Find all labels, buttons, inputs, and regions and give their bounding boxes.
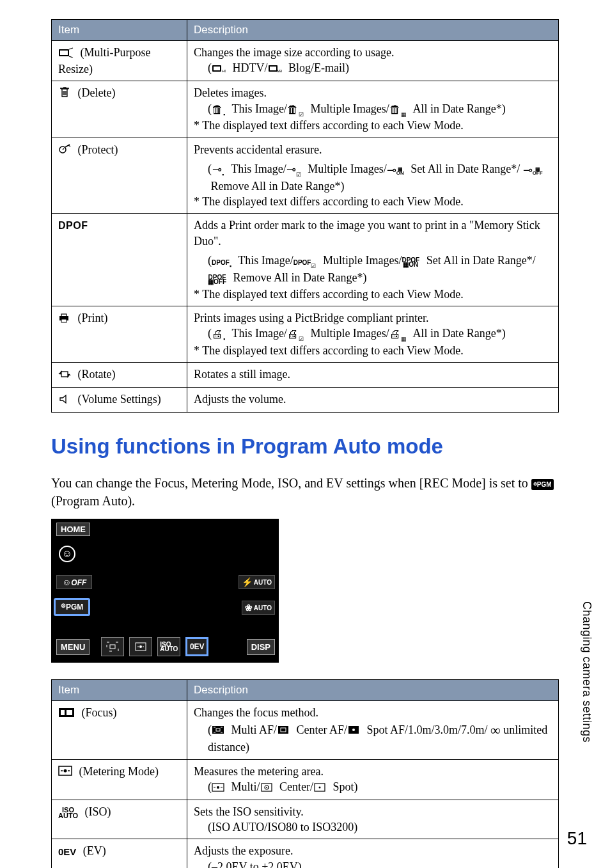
col-header-item: Item xyxy=(52,20,187,41)
svg-rect-11 xyxy=(61,319,66,322)
desc-note: * The displayed text differs according t… xyxy=(194,119,464,132)
smile-off-icon: ☺OFF xyxy=(56,575,92,589)
spot-af-icon xyxy=(347,723,360,738)
item-label: (Metering Mode) xyxy=(79,765,159,778)
item-label: (Rotate) xyxy=(78,368,116,381)
protect-setoff-icon: ⊸▦OFF xyxy=(523,162,543,178)
page-number: 51 xyxy=(567,828,587,849)
desc-note: * The displayed text differs according t… xyxy=(194,195,464,208)
col-header-item: Item xyxy=(52,680,187,701)
svg-rect-6 xyxy=(270,67,276,70)
svg-point-28 xyxy=(352,729,355,731)
desc-main: Adjusts the exposure. xyxy=(194,844,293,857)
svg-rect-14 xyxy=(110,645,115,649)
item-label: (EV) xyxy=(83,844,106,857)
protect-icon xyxy=(58,143,71,158)
svg-rect-12 xyxy=(61,372,68,377)
rotate-icon xyxy=(58,368,71,383)
item-label: (Focus) xyxy=(82,706,117,719)
item-label: (Volume Settings) xyxy=(78,393,161,406)
metering-mode-icon xyxy=(129,637,152,656)
table-row: 0EV (EV) Adjusts the exposure. (–2.0EV t… xyxy=(52,839,559,868)
table-row: ISOAUTO (ISO) Sets the ISO sensitivity. … xyxy=(52,800,559,839)
desc-main: Sets the ISO sensitivity. xyxy=(194,805,304,818)
dpof-setoff-icon: DPOF▦OFF xyxy=(208,271,226,286)
desc-main: Adds a Print order mark to the image you… xyxy=(194,219,540,247)
menu-button-label: MENU xyxy=(56,639,90,655)
metering-center-icon xyxy=(260,780,273,796)
web-icon: WEB xyxy=(268,61,282,77)
trash-this-icon: 🗑▪ xyxy=(212,102,225,118)
dpof-this-icon: DPOF▪ xyxy=(212,253,231,270)
playback-menu-table: Item Description (Multi-Purpose Resize) … xyxy=(51,19,559,413)
table-row: DPOF Adds a Print order mark to the imag… xyxy=(52,214,559,306)
item-label: (Delete) xyxy=(78,86,116,99)
table-row: (Rotate) Rotates a still image. xyxy=(52,363,559,388)
dpof-seton-icon: DPOF▦ON xyxy=(402,254,419,269)
table-row: (Print) Prints images using a PictBridge… xyxy=(52,306,559,362)
svg-point-41 xyxy=(319,786,321,788)
desc-main: Prints images using a PictBridge complia… xyxy=(194,312,428,324)
protect-multi-icon: ⊸☑ xyxy=(286,162,301,178)
trash-all-icon: 🗑▦ xyxy=(389,102,407,118)
svg-point-39 xyxy=(266,787,267,788)
table-row: (Metering Mode) Measures the metering ar… xyxy=(52,759,559,800)
focus-icon xyxy=(58,706,75,722)
svg-point-34 xyxy=(217,786,219,789)
smile-shutter-icon: ☺ xyxy=(59,546,75,562)
svg-point-30 xyxy=(64,769,67,773)
center-af-icon xyxy=(277,723,290,738)
dpof-multi-icon: DPOF☑ xyxy=(293,253,317,270)
desc-main: Changes the image size according to usag… xyxy=(194,46,394,59)
trash-icon xyxy=(58,86,71,102)
flash-auto-icon: ⚡AUTO xyxy=(239,575,275,589)
print-all-icon: 🖨▦ xyxy=(389,326,407,343)
iso-icon: ISOAUTO xyxy=(58,807,78,818)
protect-seton-icon: ⊸▦ON xyxy=(387,162,404,178)
desc-main: Measures the metering area. xyxy=(194,765,324,778)
hdtv-icon: HD xyxy=(212,61,226,77)
col-header-description: Description xyxy=(187,680,559,701)
print-icon xyxy=(58,312,71,327)
program-auto-table: Item Description (Focus) Changes the foc… xyxy=(51,679,559,868)
protect-this-icon: ⊸▪ xyxy=(212,162,224,178)
metering-icon xyxy=(58,764,72,780)
desc-main: Rotates a still image. xyxy=(194,368,290,381)
svg-text:HD: HD xyxy=(222,69,226,73)
metering-spot-icon xyxy=(313,780,326,796)
disp-button-label: DISP xyxy=(247,639,275,655)
table-row: (Volume Settings) Adjusts the volume. xyxy=(52,388,559,413)
ev-icon: 0EV xyxy=(58,846,76,858)
section-tab: Changing camera settings xyxy=(580,601,593,743)
trash-multi-icon: 🗑☑ xyxy=(287,102,304,118)
desc-main: Changes the focus method. xyxy=(194,706,318,719)
iso-mode-icon: ISOAUTO xyxy=(157,637,180,656)
svg-rect-3 xyxy=(214,67,220,70)
section-heading: Using functions in Program Auto mode xyxy=(51,434,559,459)
desc-main: Prevents accidental erasure. xyxy=(194,143,322,156)
dpof-icon: DPOF xyxy=(58,220,88,231)
item-label: (ISO) xyxy=(84,805,111,818)
multi-af-icon xyxy=(212,723,224,738)
focus-mode-icon xyxy=(101,637,124,656)
table-row: (Protect) Prevents accidental erasure. (… xyxy=(52,138,559,214)
col-header-description: Description xyxy=(187,20,559,41)
desc-main: Adjusts the volume. xyxy=(194,393,286,406)
item-label: (Print) xyxy=(78,312,108,324)
home-button-label: HOME xyxy=(56,523,90,536)
desc-main: Deletes images. xyxy=(194,86,267,99)
resize-icon xyxy=(58,46,74,61)
svg-rect-1 xyxy=(60,51,68,55)
svg-point-16 xyxy=(139,645,142,648)
ev-mode-icon-selected: 0EV xyxy=(185,637,208,656)
macro-auto-icon: ❀AUTO xyxy=(242,601,275,615)
table-row: (Multi-Purpose Resize) Changes the image… xyxy=(52,41,559,81)
pgm-mode-selected-icon: ⚙PGM xyxy=(54,598,90,616)
infinity-icon: ∞ xyxy=(490,722,501,738)
svg-rect-21 xyxy=(66,710,72,715)
item-label: (Protect) xyxy=(78,143,118,156)
svg-text:WEB: WEB xyxy=(276,69,282,73)
camera-lcd-preview: HOME ☺ ☺OFF ⚙PGM ⚡AUTO ❀AUTO MENU ISOAUT… xyxy=(51,519,279,663)
pgm-mode-icon: ⚙PGM xyxy=(531,479,554,490)
metering-multi-icon xyxy=(212,780,224,796)
